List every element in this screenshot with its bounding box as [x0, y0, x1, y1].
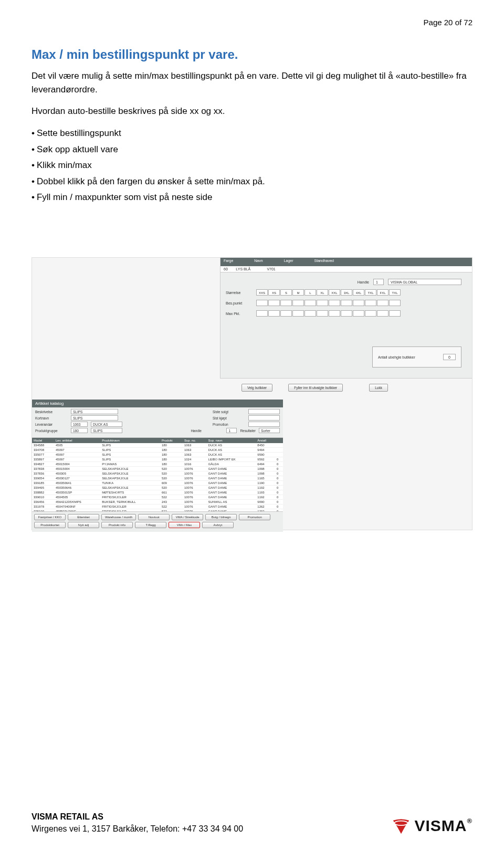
catalog-button[interactable]: Warehouse / month: [101, 514, 136, 520]
filter-sistesolgt-label: Siste solgt: [213, 410, 245, 414]
table-row[interactable]: 3388824503501SPMØTESHORTS66110076GANT DA…: [32, 490, 283, 495]
table-row[interactable]: 33507745097SLIPS1801063DUCK AS9590: [32, 453, 283, 457]
table-header[interactable]: Produktnavn: [100, 438, 160, 443]
table-header[interactable]: [275, 438, 283, 443]
col-farge: Farge: [224, 259, 233, 265]
table-cell: 10076: [183, 476, 207, 481]
table-cell: 4505: [54, 443, 100, 448]
min-max-button[interactable]: VMn / Max: [169, 522, 200, 528]
table-cell: 45015004: [54, 467, 100, 471]
table-cell: 10076: [183, 486, 207, 490]
catalog-button[interactable]: Butg / bilnegn: [205, 514, 237, 520]
handle-input[interactable]: 1: [373, 279, 384, 285]
table-row[interactable]: 33470845097SLIPS1801063DUCK AS9494: [32, 448, 283, 453]
table-row[interactable]: 33589745097SLIPS1801024LEIBO IMPORT EK95…: [32, 457, 283, 462]
maxpkt-input[interactable]: [280, 310, 292, 317]
table-row[interactable]: 3390104504505FRITIDSKJOLER52210076GANT D…: [32, 495, 283, 500]
maxpkt-input[interactable]: [304, 310, 316, 317]
catalog-button[interactable]: Avbryt: [202, 522, 234, 528]
filter-handle-input[interactable]: 1: [226, 428, 237, 433]
table-cell: 339054: [32, 476, 54, 481]
bespunkt-input[interactable]: [377, 300, 388, 306]
fill-selected-button[interactable]: Fyller inn til utvalgte butikker: [288, 384, 343, 392]
table-row[interactable]: 339495450350646SELSKAPSKJOLE52010076GANT…: [32, 486, 283, 490]
maxpkt-input[interactable]: [329, 310, 340, 317]
bespunkt-input[interactable]: [304, 300, 316, 306]
bespunkt-input[interactable]: [329, 300, 340, 306]
filter-pg-name-input[interactable]: SLIPS: [91, 428, 122, 433]
maxpkt-input[interactable]: [353, 310, 364, 317]
table-cell: FRITIDSKJOLER: [100, 505, 160, 509]
maxpkt-input[interactable]: [268, 310, 280, 317]
close-button[interactable]: Lukk: [369, 384, 388, 392]
filter-promotion-input[interactable]: [248, 422, 280, 427]
bespunkt-input[interactable]: [292, 300, 304, 306]
filter-lev-name-input[interactable]: DUCK AS: [91, 422, 122, 427]
filter-pg-code-input[interactable]: 180: [71, 428, 88, 433]
table-cell: 180: [160, 448, 183, 453]
table-cell: SLIPS: [100, 457, 160, 462]
maxpkt-input[interactable]: [365, 310, 376, 317]
bespunkt-input[interactable]: [317, 300, 328, 306]
maxpkt-input[interactable]: [292, 310, 304, 317]
table-cell: GANT DAME: [207, 471, 256, 476]
bespunkt-input[interactable]: [256, 300, 268, 306]
bespunkt-input[interactable]: [389, 300, 401, 306]
filter-sistesolgt-input[interactable]: [248, 409, 280, 414]
filter-sistkjopt-input[interactable]: [248, 415, 280, 421]
table-row[interactable]: 33905445030127SELSKAPSKJOLE52010076GANT …: [32, 476, 283, 481]
table-row[interactable]: 3345884505SLIPS1801063DUCK AS8450: [32, 443, 283, 448]
table-row[interactable]: 33482745015004PYJAMAS1801016GÅLDA64940: [32, 462, 283, 467]
panel-button-row: Velg butikker Fyller inn til utvalgte bu…: [242, 384, 388, 392]
table-row[interactable]: 337836450305SELSKAPSKJOLE52010076GANT DA…: [32, 471, 283, 476]
table-row[interactable]: 33783845015004SELSKAPSKJOLE52010076GANT …: [32, 467, 283, 471]
size-header: XXS: [256, 289, 268, 296]
bespunkt-input[interactable]: [268, 300, 280, 306]
table-cell: 8450: [256, 443, 275, 448]
bespunkt-input[interactable]: [365, 300, 376, 306]
catalog-button[interactable]: VMA / Strekkode: [172, 514, 203, 520]
table-header[interactable]: Lev. artikkel: [54, 438, 100, 443]
catalog-button[interactable]: Promotion: [239, 514, 270, 520]
bespunkt-input[interactable]: [353, 300, 364, 306]
table-header[interactable]: Årstall: [256, 438, 275, 443]
maxpkt-input[interactable]: [341, 310, 352, 317]
filter-lev-code-input[interactable]: 1063: [71, 422, 88, 427]
catalog-button[interactable]: Produktkortet: [34, 522, 66, 528]
page-number: Page 20 of 72: [424, 18, 472, 27]
table-row[interactable]: 339185450350641TUNIKA60910076GANT DAME11…: [32, 481, 283, 486]
table-cell: SLIPS: [100, 453, 160, 457]
catalog-button[interactable]: Produkt info: [101, 522, 133, 528]
select-stores-button[interactable]: Velg butikker: [242, 384, 272, 392]
bespunkt-input[interactable]: [341, 300, 352, 306]
catalog-button[interactable]: Fastpriser / KKO: [34, 514, 66, 520]
table-row[interactable]: 331978450470400NFFRITIDSKJOLER52210076GA…: [32, 505, 283, 509]
maxpkt-input[interactable]: [317, 310, 328, 317]
filter-resultater-input[interactable]: Sorter: [259, 428, 280, 433]
catalog-button[interactable]: Noutuot: [138, 514, 170, 520]
catalog-button[interactable]: T.Regg: [135, 522, 166, 528]
maxpkt-input[interactable]: [256, 310, 268, 317]
table-header[interactable]: Produkt: [160, 438, 183, 443]
visma-logo-icon: [392, 817, 410, 835]
catalog-button[interactable]: Nytt adj: [68, 522, 99, 528]
variant-row[interactable]: 60 LYS BLÅ V701: [220, 266, 472, 272]
bespunkt-input[interactable]: [280, 300, 292, 306]
table-header[interactable]: Model: [32, 438, 54, 443]
maxpkt-input[interactable]: [377, 310, 388, 317]
size-header: TXL: [389, 289, 401, 296]
handle-name-input[interactable]: VISMA GLOBAL: [388, 279, 461, 285]
filter-beskrivelse-input[interactable]: SLIPS: [71, 409, 118, 414]
table-cell: 10076: [183, 505, 207, 509]
table-header[interactable]: Sup. navn: [207, 438, 256, 443]
table-cell: MØTESHORTS: [100, 490, 160, 495]
table-header[interactable]: Sup. no.: [183, 438, 207, 443]
variant-panel: Farge Navn Lager Standhaved 60 LYS BLÅ V…: [220, 258, 472, 379]
filter-kortnavn-input[interactable]: SLIPS: [71, 415, 118, 421]
catalog-button[interactable]: Ettersket: [68, 514, 99, 520]
table-cell: 45097: [54, 453, 100, 457]
document-content: Max / min bestillingspunkt pr vare. Det …: [32, 47, 472, 206]
maxpkt-input[interactable]: [389, 310, 401, 317]
size-header: L: [304, 289, 316, 296]
table-row[interactable]: 336456456421235XIMPSBUKSER, TERMOBULL243…: [32, 500, 283, 505]
